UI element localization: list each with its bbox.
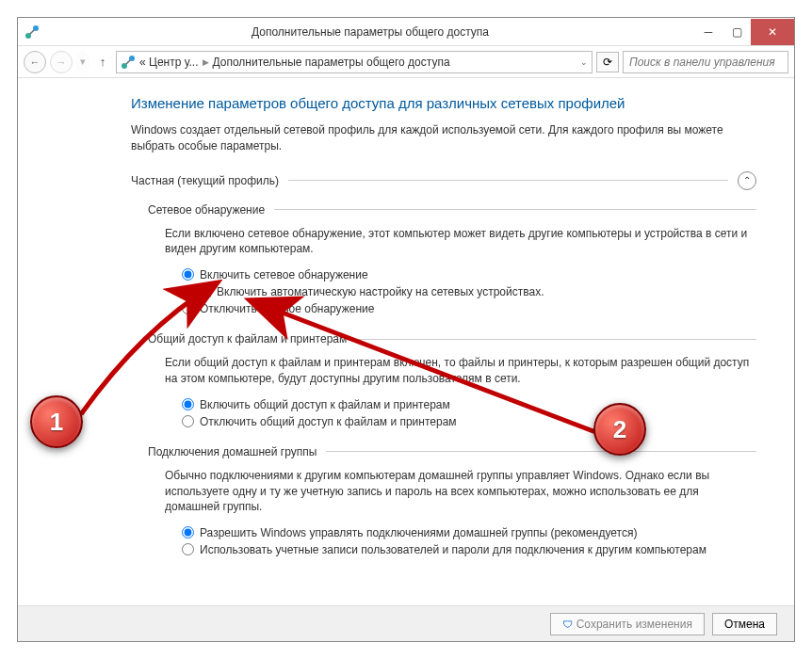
page-title: Изменение параметров общего доступа для … xyxy=(131,95,756,111)
save-label: Сохранить изменения xyxy=(577,618,692,631)
checkbox-label: Включить автоматическую настройку на сет… xyxy=(217,283,544,300)
network-icon xyxy=(121,55,136,70)
titlebar[interactable]: Дополнительные параметры общего доступа … xyxy=(18,18,794,46)
close-button[interactable]: ✕ xyxy=(751,19,794,45)
refresh-button[interactable]: ⟳ xyxy=(596,52,619,72)
divider xyxy=(274,209,756,210)
radio-input[interactable] xyxy=(182,415,194,427)
window-title: Дополнительные параметры общего доступа xyxy=(46,25,694,39)
radio-input[interactable] xyxy=(182,302,194,314)
radio-disable-discovery[interactable]: Отключить сетевое обнаружение xyxy=(182,300,756,317)
minimize-button[interactable]: ─ xyxy=(694,19,723,45)
radio-label: Отключить общий доступ к файлам и принте… xyxy=(200,413,457,430)
maximize-button[interactable]: ▢ xyxy=(723,19,751,45)
profile-name: Частная (текущий профиль) xyxy=(131,174,279,187)
section-file-sharing: Общий доступ к файлам и принтерам Если о… xyxy=(148,332,756,430)
radio-label: Разрешить Windows управлять подключениям… xyxy=(200,524,637,541)
back-button[interactable]: ← xyxy=(24,51,46,73)
breadcrumb-separator-icon: ▶ xyxy=(203,57,209,67)
breadcrumb-parent[interactable]: « Центр у... xyxy=(139,56,199,69)
window-frame: Дополнительные параметры общего доступа … xyxy=(17,17,795,642)
radio-enable-sharing[interactable]: Включить общий доступ к файлам и принтер… xyxy=(182,396,756,413)
section-network-discovery: Сетевое обнаружение Если включено сетево… xyxy=(148,203,756,318)
history-dropdown[interactable]: ▾ xyxy=(76,51,89,73)
radio-input[interactable] xyxy=(182,543,194,555)
section-title: Подключения домашней группы xyxy=(148,445,317,458)
radio-enable-discovery[interactable]: Включить сетевое обнаружение xyxy=(182,266,756,283)
section-title: Общий доступ к файлам и принтерам xyxy=(148,332,347,346)
divider xyxy=(326,451,756,452)
address-dropdown-icon[interactable]: ⌄ xyxy=(580,57,588,67)
breadcrumb-current[interactable]: Дополнительные параметры общего доступа xyxy=(213,56,450,69)
search-input[interactable] xyxy=(623,51,788,73)
collapse-button[interactable]: ⌃ xyxy=(738,171,756,190)
radio-input[interactable] xyxy=(182,268,194,281)
page-description: Windows создает отдельный сетевой профил… xyxy=(131,122,756,154)
profile-header[interactable]: Частная (текущий профиль) ⌃ xyxy=(131,171,756,190)
app-icon xyxy=(18,24,46,40)
radio-label: Отключить сетевое обнаружение xyxy=(200,300,374,317)
forward-button[interactable]: → xyxy=(50,51,73,73)
up-button[interactable]: ↑ xyxy=(93,53,112,72)
radio-input[interactable] xyxy=(182,398,194,410)
radio-windows-manage[interactable]: Разрешить Windows управлять подключениям… xyxy=(182,524,756,541)
checkbox-auto-setup[interactable]: Включить автоматическую настройку на сет… xyxy=(199,283,756,300)
chevron-up-icon: ⌃ xyxy=(743,175,751,185)
section-homegroup: Подключения домашней группы Обычно подкл… xyxy=(148,445,756,558)
address-bar[interactable]: « Центр у... ▶ Дополнительные параметры … xyxy=(116,51,593,73)
save-button[interactable]: 🛡 Сохранить изменения xyxy=(550,613,705,635)
radio-disable-sharing[interactable]: Отключить общий доступ к файлам и принте… xyxy=(182,413,756,430)
divider xyxy=(288,180,728,181)
radio-use-credentials[interactable]: Использовать учетные записи пользователе… xyxy=(182,541,756,558)
section-description: Обычно подключениями к другим компьютера… xyxy=(165,468,756,515)
navbar: ← → ▾ ↑ « Центр у... ▶ Дополнительные па… xyxy=(18,46,794,78)
radio-input[interactable] xyxy=(182,526,194,538)
section-description: Если включено сетевое обнаружение, этот … xyxy=(165,226,756,258)
radio-label: Включить сетевое обнаружение xyxy=(200,266,368,283)
cancel-label: Отмена xyxy=(724,618,765,631)
cancel-button[interactable]: Отмена xyxy=(712,613,777,635)
shield-icon: 🛡 xyxy=(562,619,573,630)
section-title: Сетевое обнаружение xyxy=(148,203,265,217)
radio-label: Включить общий доступ к файлам и принтер… xyxy=(200,396,450,413)
divider xyxy=(356,339,756,340)
content-area: Изменение параметров общего доступа для … xyxy=(18,78,794,605)
section-description: Если общий доступ к файлам и принтерам в… xyxy=(165,355,756,387)
checkbox-input[interactable] xyxy=(199,285,211,297)
radio-label: Использовать учетные записи пользователе… xyxy=(200,541,706,558)
footer: 🛡 Сохранить изменения Отмена xyxy=(18,605,794,641)
